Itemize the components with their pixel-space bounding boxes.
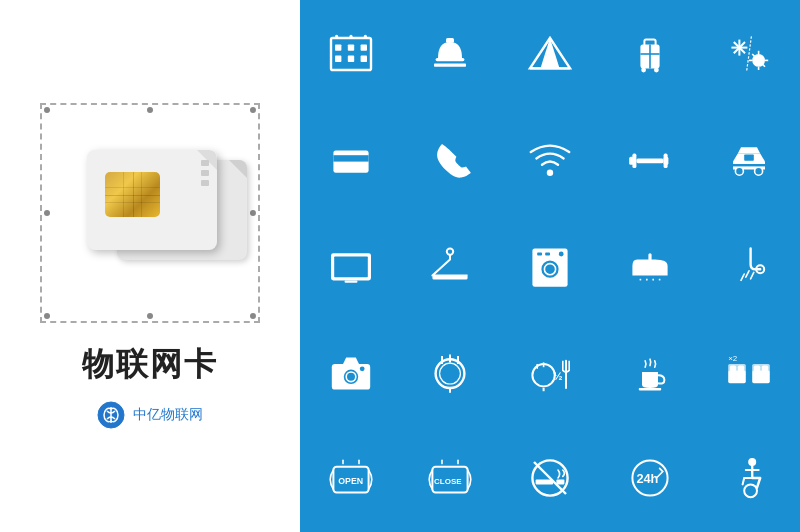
svg-rect-46 bbox=[744, 154, 754, 160]
svg-rect-42 bbox=[663, 154, 667, 168]
svg-point-10 bbox=[349, 35, 352, 38]
svg-point-45 bbox=[755, 167, 763, 175]
luggage-icon bbox=[626, 30, 674, 78]
svg-rect-49 bbox=[334, 256, 368, 277]
close-sign-icon-cell[interactable]: CLOSE bbox=[402, 426, 500, 530]
svg-rect-8 bbox=[360, 56, 366, 62]
luggage-icon-cell[interactable] bbox=[601, 2, 699, 106]
svg-point-44 bbox=[736, 167, 744, 175]
svg-rect-13 bbox=[446, 38, 454, 43]
camping-icon bbox=[526, 30, 574, 78]
svg-point-54 bbox=[540, 260, 559, 279]
svg-point-73 bbox=[440, 363, 461, 384]
restaurant-icon bbox=[426, 348, 474, 396]
svg-point-22 bbox=[641, 68, 646, 73]
svg-rect-4 bbox=[348, 44, 354, 50]
taxi-icon bbox=[725, 136, 773, 184]
food-service-icon-cell[interactable] bbox=[402, 2, 500, 106]
camping-icon-cell[interactable] bbox=[501, 2, 599, 106]
open-sign-icon-cell[interactable]: OPEN bbox=[302, 426, 400, 530]
gym-icon-cell[interactable] bbox=[601, 108, 699, 212]
svg-rect-37 bbox=[333, 155, 368, 161]
hanger-icon bbox=[426, 242, 474, 290]
camera-icon-cell[interactable] bbox=[302, 320, 400, 424]
svg-rect-7 bbox=[348, 56, 354, 62]
svg-rect-12 bbox=[436, 58, 465, 61]
corner-handle-br bbox=[250, 313, 256, 319]
svg-rect-90 bbox=[752, 370, 770, 383]
svg-rect-57 bbox=[545, 252, 550, 255]
svg-point-9 bbox=[335, 35, 338, 38]
svg-point-51 bbox=[447, 248, 453, 254]
coffee-icon bbox=[626, 348, 674, 396]
wheelchair-icon-cell[interactable] bbox=[700, 426, 798, 530]
svg-rect-84 bbox=[638, 388, 660, 390]
edge-handle-l bbox=[44, 210, 50, 216]
gym-icon bbox=[626, 136, 674, 184]
half-board-icon-cell[interactable]: ½ bbox=[501, 320, 599, 424]
svg-rect-101 bbox=[556, 480, 564, 485]
taxi-icon-cell[interactable] bbox=[700, 108, 798, 212]
icon-grid: ½ ×2 bbox=[300, 0, 800, 532]
tv-icon-cell[interactable] bbox=[302, 214, 400, 318]
svg-rect-86 bbox=[728, 370, 746, 383]
wifi-icon-cell[interactable] bbox=[501, 108, 599, 212]
svg-rect-14 bbox=[434, 64, 466, 67]
credit-card-icon bbox=[327, 136, 375, 184]
tv-icon bbox=[327, 242, 375, 290]
svg-rect-43 bbox=[636, 158, 663, 163]
edge-handle-b bbox=[147, 313, 153, 319]
edge-handle-r bbox=[250, 210, 256, 216]
twin-bed-icon-cell[interactable]: ×2 bbox=[700, 320, 798, 424]
24h-icon-cell[interactable]: 24h bbox=[601, 426, 699, 530]
credit-card-icon-cell[interactable] bbox=[302, 108, 400, 212]
svg-rect-59 bbox=[648, 253, 651, 261]
svg-point-105 bbox=[744, 484, 757, 497]
svg-rect-5 bbox=[360, 44, 366, 50]
climate-icon-cell[interactable] bbox=[700, 2, 798, 106]
svg-line-99 bbox=[534, 462, 566, 494]
svg-rect-56 bbox=[537, 252, 542, 255]
iron-icon-cell[interactable] bbox=[601, 214, 699, 318]
shower-icon-cell[interactable] bbox=[700, 214, 798, 318]
shower-icon bbox=[725, 242, 773, 290]
no-smoking-icon bbox=[526, 454, 574, 502]
svg-line-66 bbox=[751, 272, 754, 278]
svg-text:½: ½ bbox=[553, 370, 562, 382]
no-smoking-icon-cell[interactable] bbox=[501, 426, 599, 530]
close-sign-icon: CLOSE bbox=[426, 454, 474, 502]
svg-point-58 bbox=[559, 252, 564, 257]
iron-icon bbox=[626, 242, 674, 290]
brand-row: 中亿物联网 bbox=[97, 401, 203, 429]
wifi-icon bbox=[526, 136, 574, 184]
svg-text:CLOSE: CLOSE bbox=[434, 477, 462, 486]
svg-rect-47 bbox=[733, 164, 765, 166]
hotel-icon bbox=[327, 30, 375, 78]
svg-line-65 bbox=[746, 271, 749, 277]
phone-icon-cell[interactable] bbox=[402, 108, 500, 212]
svg-line-35 bbox=[747, 36, 752, 71]
edge-handle-t bbox=[147, 107, 153, 113]
half-board-icon: ½ bbox=[526, 348, 574, 396]
svg-point-71 bbox=[360, 366, 365, 371]
svg-rect-92 bbox=[754, 366, 760, 372]
food-service-icon bbox=[426, 30, 474, 78]
svg-text:24h: 24h bbox=[636, 471, 658, 486]
coffee-icon-cell[interactable] bbox=[601, 320, 699, 424]
svg-rect-6 bbox=[335, 56, 341, 62]
hotel-icon-cell[interactable] bbox=[302, 2, 400, 106]
24h-icon: 24h bbox=[626, 454, 674, 502]
svg-rect-88 bbox=[730, 366, 736, 372]
hanger-icon-cell[interactable] bbox=[402, 214, 500, 318]
svg-rect-93 bbox=[762, 366, 768, 372]
brand-logo-icon bbox=[97, 401, 125, 429]
restaurant-icon-cell[interactable] bbox=[402, 320, 500, 424]
camera-icon bbox=[327, 348, 375, 396]
svg-rect-3 bbox=[335, 44, 341, 50]
svg-line-67 bbox=[741, 274, 744, 280]
corner-handle-bl bbox=[44, 313, 50, 319]
svg-text:×2: ×2 bbox=[728, 354, 738, 363]
svg-rect-100 bbox=[536, 480, 554, 485]
wheelchair-icon bbox=[725, 454, 773, 502]
washing-machine-icon-cell[interactable] bbox=[501, 214, 599, 318]
